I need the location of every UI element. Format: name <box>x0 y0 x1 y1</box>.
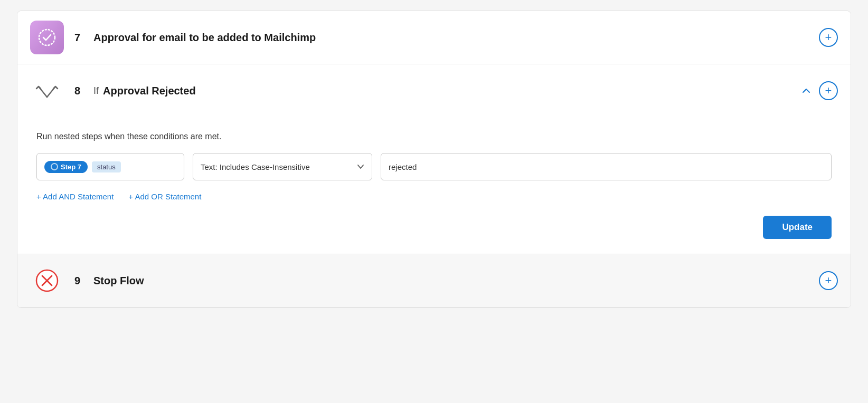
step9-title: Stop Flow <box>93 275 819 287</box>
condition-row: Step 7 status Text: Includes Case-Insens… <box>36 153 832 180</box>
condition-field-value: status <box>92 161 121 172</box>
update-button[interactable]: Update <box>763 216 832 239</box>
step7-badge: Step 7 <box>44 161 88 173</box>
condition-operator-value: Text: Includes Case-Insensitive <box>201 162 310 171</box>
condition-field-selector[interactable]: Step 7 status <box>36 153 184 180</box>
step8-number: 8 <box>74 85 87 97</box>
add-and-button[interactable]: + Add AND Statement <box>36 192 114 201</box>
stop-icon <box>33 267 61 294</box>
condition-operator-selector[interactable]: Text: Includes Case-Insensitive <box>193 153 372 180</box>
step8-actions: + <box>801 81 838 100</box>
step7-row: 7 Approval for email to be added to Mail… <box>17 11 851 64</box>
update-row: Update <box>36 216 832 239</box>
add-statement-row: + Add AND Statement + Add OR Statement <box>36 192 832 201</box>
condition-description: Run nested steps when these conditions a… <box>36 132 832 141</box>
add-or-button[interactable]: + Add OR Statement <box>128 192 201 201</box>
step7-add-button[interactable]: + <box>819 28 838 47</box>
step7-actions: + <box>819 28 838 47</box>
condition-value-text: rejected <box>389 162 417 171</box>
step8-row: 8 If Approval Rejected + <box>17 64 851 117</box>
step7-badge-icon <box>51 163 58 170</box>
step8-title: Approval Rejected <box>103 85 801 97</box>
step7-number: 7 <box>74 32 87 44</box>
step8-collapse-button[interactable] <box>801 85 812 96</box>
step7-title: Approval for email to be added to Mailch… <box>93 32 819 44</box>
step7-icon <box>30 21 64 54</box>
step9-add-button[interactable]: + <box>819 271 838 290</box>
step8-icon <box>30 74 64 108</box>
step8-add-button[interactable]: + <box>819 81 838 100</box>
workflow-container: 7 Approval for email to be added to Mail… <box>17 11 851 308</box>
step9-actions: + <box>819 271 838 290</box>
step8-prefix: If <box>93 85 99 97</box>
step9-number: 9 <box>74 275 87 287</box>
step9-icon <box>30 264 64 298</box>
step9-row: 9 Stop Flow + <box>17 254 851 308</box>
step7-badge-label: Step 7 <box>61 163 81 171</box>
svg-point-0 <box>39 30 55 45</box>
condition-panel: Run nested steps when these conditions a… <box>17 117 851 254</box>
condition-value-field[interactable]: rejected <box>381 153 832 180</box>
